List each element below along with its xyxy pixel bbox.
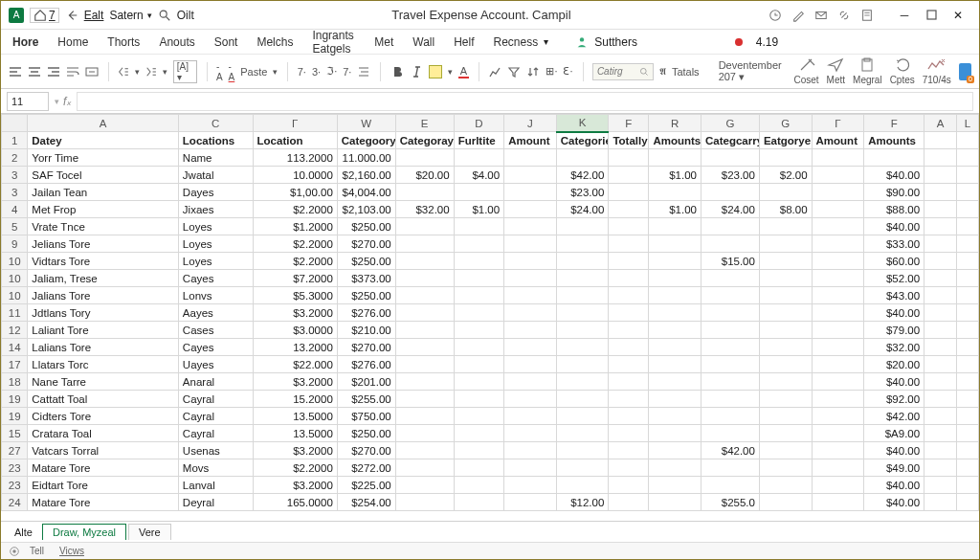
ribbon-tab-home[interactable]: Home [56, 33, 90, 52]
cell[interactable]: Cases [178, 322, 253, 339]
home-indicator[interactable]: 7 [30, 8, 59, 23]
cell[interactable] [759, 149, 812, 167]
cell[interactable] [956, 442, 978, 459]
cell[interactable]: $79.00 [864, 322, 924, 339]
cell[interactable] [454, 425, 504, 442]
cell[interactable] [956, 494, 978, 511]
cell[interactable] [812, 408, 864, 425]
chevron-down-icon[interactable]: ▾ [544, 36, 548, 47]
cell[interactable] [395, 322, 454, 339]
cell[interactable]: $7.2000 [253, 270, 337, 287]
spreadsheet-grid[interactable]: ACΓWEDJKFRGGΓFAL 1DateyLocationsLocation… [1, 114, 979, 531]
cell[interactable]: $2.2000 [253, 459, 337, 477]
function-icon[interactable]: fₓ [63, 95, 71, 108]
row-header[interactable]: 15 [2, 425, 28, 442]
cell[interactable]: Jaliam, Trese [28, 270, 179, 287]
cell[interactable] [556, 149, 609, 167]
format-7b[interactable]: 7· [343, 66, 351, 78]
cell[interactable] [395, 339, 454, 356]
sheet-tab-vere[interactable]: Vere [128, 524, 171, 540]
cell[interactable] [454, 494, 504, 511]
cell[interactable] [812, 425, 864, 442]
cell[interactable] [924, 253, 957, 270]
send-icon[interactable] [827, 57, 844, 73]
cell[interactable] [395, 304, 454, 322]
cell[interactable]: $3.2000 [253, 442, 337, 459]
cell[interactable]: $276.00 [337, 356, 395, 373]
row-header[interactable]: 5 [2, 218, 28, 235]
cell[interactable] [556, 339, 609, 356]
cell[interactable] [812, 373, 864, 391]
ealt-label[interactable]: Ealt [84, 9, 104, 22]
cell[interactable]: $1.2000 [253, 218, 337, 235]
cell[interactable] [649, 304, 702, 322]
cell[interactable] [649, 373, 702, 391]
cell[interactable] [556, 408, 609, 425]
cell[interactable] [956, 391, 978, 408]
maximize-button[interactable] [918, 4, 945, 27]
cell[interactable]: 11.000.00 [337, 149, 395, 167]
sutthers-label[interactable]: Sutthers [575, 35, 637, 49]
cell[interactable]: $225.00 [337, 477, 395, 494]
cell[interactable] [395, 373, 454, 391]
cell[interactable] [609, 218, 649, 235]
cell[interactable] [649, 149, 702, 167]
cell[interactable] [759, 253, 812, 270]
ribbon-tab-wall[interactable]: Wall [411, 33, 436, 52]
cell[interactable] [649, 218, 702, 235]
cell[interactable] [395, 391, 454, 408]
column-header[interactable]: E [395, 115, 454, 132]
cell[interactable] [504, 253, 557, 270]
row-header[interactable]: 10 [2, 287, 28, 304]
cell[interactable] [395, 218, 454, 235]
cell[interactable]: $1,00.00 [253, 184, 337, 201]
cell[interactable]: Yorr Time [28, 149, 179, 167]
select-all-corner[interactable] [2, 115, 28, 132]
cell[interactable] [924, 477, 957, 494]
cell[interactable]: Jalians Tore [28, 287, 179, 304]
cell[interactable] [956, 356, 978, 373]
cell[interactable] [956, 270, 978, 287]
recycle-icon[interactable] [894, 57, 911, 73]
cell[interactable] [609, 253, 649, 270]
cell[interactable] [556, 477, 609, 494]
cell[interactable]: Uayes [178, 356, 253, 373]
cell[interactable]: $15.00 [702, 253, 760, 270]
cell[interactable] [609, 339, 649, 356]
filter-icon[interactable] [507, 65, 521, 78]
cell[interactable] [812, 184, 864, 201]
merge-icon[interactable] [85, 65, 99, 78]
cell[interactable] [609, 149, 649, 167]
cell[interactable] [395, 494, 454, 511]
cell[interactable] [956, 425, 978, 442]
cell[interactable]: 13.2000 [253, 339, 337, 356]
clipboard-icon[interactable] [858, 57, 876, 73]
column-header[interactable]: L [956, 115, 978, 132]
cell[interactable] [649, 494, 702, 511]
cell[interactable] [649, 253, 702, 270]
row-header[interactable]: 11 [2, 304, 28, 322]
pencil-icon[interactable] [791, 9, 805, 22]
cell[interactable]: $42.00 [702, 442, 760, 459]
indent-left-icon[interactable] [118, 65, 129, 78]
pen-icon[interactable] [798, 57, 815, 73]
cell[interactable] [924, 339, 957, 356]
cell[interactable] [759, 442, 812, 459]
cell[interactable] [702, 270, 760, 287]
cell[interactable] [649, 322, 702, 339]
cell[interactable] [609, 391, 649, 408]
cell[interactable] [649, 235, 702, 253]
cell[interactable]: $4.00 [454, 167, 504, 184]
deventember-dropdown[interactable]: Deventember 207 ▾ [719, 59, 787, 83]
column-header[interactable]: K [556, 115, 609, 132]
cell[interactable] [649, 356, 702, 373]
cell[interactable] [609, 494, 649, 511]
format-1[interactable]: ℑ· [326, 65, 337, 78]
cell[interactable] [759, 477, 812, 494]
cell[interactable] [504, 494, 557, 511]
cell[interactable] [504, 442, 557, 459]
cell[interactable] [759, 339, 812, 356]
cell[interactable] [649, 287, 702, 304]
cell[interactable] [504, 459, 557, 477]
cell[interactable]: $90.00 [864, 184, 924, 201]
